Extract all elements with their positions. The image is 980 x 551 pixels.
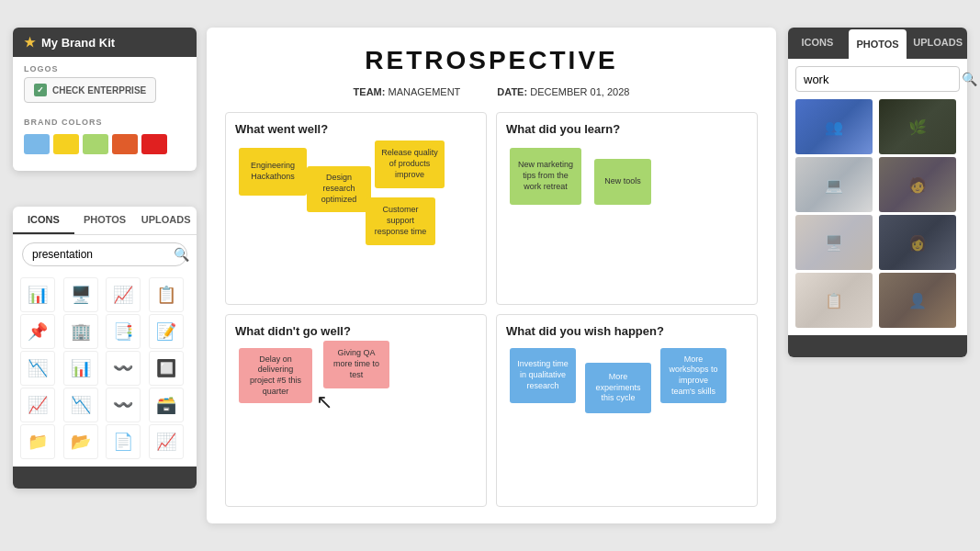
brand-kit-header: ★ My Brand Kit	[13, 28, 197, 57]
star-icon: ★	[24, 35, 36, 50]
date-value: DECEMBER 01, 2028	[530, 86, 629, 97]
sticky-5[interactable]: New marketing tips from the work retreat	[510, 148, 581, 205]
sticky-1[interactable]: Engineering Hackathons	[239, 148, 307, 196]
team-meta: TEAM: MANAGEMENT	[354, 86, 461, 97]
icon-cell-10[interactable]: 📊	[63, 351, 98, 386]
quadrant-grid: What went well? Engineering Hackathons D…	[225, 112, 758, 507]
q2-title: What did you learn?	[506, 122, 748, 136]
icon-cell-4[interactable]: 📋	[149, 277, 184, 312]
icon-cell-12[interactable]: 🔲	[149, 351, 184, 386]
color-swatch-5[interactable]	[141, 134, 167, 154]
icon-cell-9[interactable]: 📉	[20, 351, 55, 386]
color-swatch-1[interactable]	[24, 134, 50, 154]
photo-8[interactable]: 👤	[879, 273, 956, 328]
cursor-icon: ↖	[316, 390, 332, 414]
photo-grid: 👥 🌿 💻 🧑 🖥️ 👩 📋 👤	[788, 99, 967, 335]
icon-cell-11[interactable]: 〰️	[106, 351, 141, 386]
right-tab-uploads[interactable]: UPLOADS	[908, 28, 967, 59]
date-meta: DATE: DECEMBER 01, 2028	[497, 86, 629, 97]
icon-cell-18[interactable]: 📂	[63, 424, 98, 459]
team-label: TEAM:	[354, 86, 386, 97]
right-tab-icons[interactable]: ICONS	[788, 28, 847, 59]
icon-grid: 📊 🖥️ 📈 📋 📌 🏢 📑 📝 📉 📊 〰️ 🔲 📈 📉 〰️ 🗃️ 📁 📂 …	[13, 274, 197, 467]
sticky-6[interactable]: New tools	[594, 159, 651, 205]
photo-5[interactable]: 🖥️	[795, 215, 873, 270]
quadrant-learn: What did you learn? New marketing tips f…	[496, 112, 758, 305]
photo-1[interactable]: 👥	[795, 99, 873, 154]
date-label: DATE:	[497, 86, 527, 97]
right-panel-bottom-bar	[788, 335, 967, 357]
tab-icons[interactable]: ICONS	[13, 207, 74, 234]
icon-cell-19[interactable]: 📄	[106, 424, 141, 459]
team-value: MANAGEMENT	[388, 86, 460, 97]
color-swatch-2[interactable]	[53, 134, 79, 154]
sticky-9[interactable]: Investing time in qualitative research	[510, 348, 576, 403]
icon-cell-5[interactable]: 📌	[20, 314, 55, 349]
quadrant-went-well: What went well? Engineering Hackathons D…	[225, 112, 487, 305]
right-tab-photos[interactable]: PHOTOS	[849, 29, 907, 59]
brand-kit-title: My Brand Kit	[41, 36, 115, 50]
photo-4[interactable]: 🧑	[879, 157, 956, 212]
tab-uploads[interactable]: UPLOADS	[135, 207, 197, 234]
icon-cell-14[interactable]: 📉	[63, 388, 98, 422]
icon-cell-15[interactable]: 〰️	[106, 388, 141, 422]
q3-title: What didn't go well?	[235, 324, 477, 338]
icons-panel-bottom-bar	[13, 467, 197, 489]
q1-title: What went well?	[235, 122, 477, 136]
right-search-row: 🔍	[795, 66, 960, 92]
quadrant-not-well: What didn't go well? Delay on delivering…	[225, 314, 487, 507]
sticky-7[interactable]: Delay on delivering project #5 this quar…	[239, 348, 312, 403]
photo-6[interactable]: 👩	[879, 215, 956, 270]
sticky-3[interactable]: Release quality of products improve	[375, 141, 445, 188]
quadrant-wish: What did you wish happen? Investing time…	[496, 314, 758, 507]
icon-search-input[interactable]	[32, 248, 170, 261]
icon-cell-8[interactable]: 📝	[149, 314, 184, 349]
retro-meta: TEAM: MANAGEMENT DATE: DECEMBER 01, 2028	[225, 86, 758, 97]
main-canvas: RETROSPECTIVE TEAM: MANAGEMENT DATE: DEC…	[207, 28, 776, 523]
right-search-icon: 🔍	[962, 72, 977, 86]
sticky-4[interactable]: Customer support response time	[366, 197, 435, 245]
icon-search-row: 🔍	[22, 242, 187, 266]
photo-7[interactable]: 📋	[795, 273, 873, 328]
brand-kit-panel: ★ My Brand Kit LOGOS ✓ CHECK ENTERPRISE …	[13, 28, 197, 171]
q4-title: What did you wish happen?	[506, 324, 748, 338]
color-swatch-4[interactable]	[112, 134, 138, 154]
sticky-11[interactable]: More workshops to improve team's skills	[660, 348, 727, 403]
color-swatch-3[interactable]	[83, 134, 108, 154]
icon-cell-3[interactable]: 📈	[106, 277, 141, 312]
icon-cell-1[interactable]: 📊	[20, 277, 55, 312]
icon-cell-20[interactable]: 📈	[149, 424, 184, 459]
photo-2[interactable]: 🌿	[879, 99, 956, 154]
check-enterprise-label: CHECK ENTERPRISE	[52, 85, 146, 96]
icon-cell-17[interactable]: 📁	[20, 424, 55, 459]
right-tabs-row: ICONS PHOTOS UPLOADS	[788, 28, 967, 59]
right-panel: ICONS PHOTOS UPLOADS 🔍 👥 🌿 💻 🧑 🖥️ 👩 📋 👤	[788, 28, 967, 357]
brand-colors-row	[13, 130, 197, 162]
icon-cell-13[interactable]: 📈	[20, 388, 55, 422]
sticky-8[interactable]: Giving QA more time to test	[323, 341, 389, 388]
icons-panel: ICONS PHOTOS UPLOADS 🔍 📊 🖥️ 📈 📋 📌 🏢 📑 📝 …	[13, 207, 197, 489]
retro-title: RETROSPECTIVE	[225, 46, 758, 75]
check-enterprise-button[interactable]: ✓ CHECK ENTERPRISE	[24, 77, 156, 103]
right-search-input[interactable]	[804, 73, 958, 86]
icon-cell-7[interactable]: 📑	[106, 314, 141, 349]
search-icon: 🔍	[174, 247, 189, 262]
checkmark-icon: ✓	[34, 84, 47, 96]
icons-tabs-row: ICONS PHOTOS UPLOADS	[13, 207, 197, 235]
logos-label: LOGOS	[13, 57, 197, 77]
icon-cell-6[interactable]: 🏢	[63, 314, 98, 349]
icon-cell-2[interactable]: 🖥️	[63, 277, 98, 312]
sticky-2[interactable]: Design research optimized	[307, 166, 371, 212]
sticky-10[interactable]: More experiments this cycle	[585, 363, 651, 413]
tab-photos[interactable]: PHOTOS	[74, 207, 136, 234]
brand-colors-label: BRAND COLORS	[13, 110, 197, 130]
photo-3[interactable]: 💻	[795, 157, 873, 212]
icon-cell-16[interactable]: 🗃️	[149, 388, 184, 422]
